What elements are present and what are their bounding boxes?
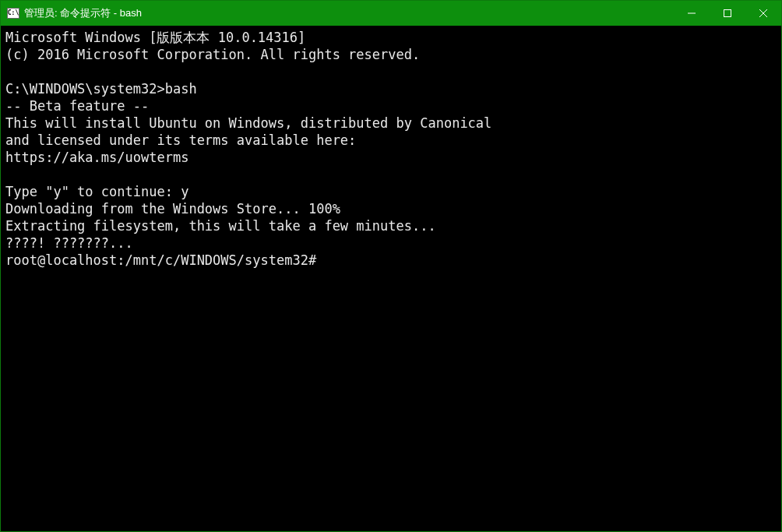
terminal-line: Type "y" to continue: y bbox=[5, 183, 777, 200]
titlebar-left: C:\ 管理员: 命令提示符 - bash bbox=[1, 6, 142, 20]
maximize-button[interactable] bbox=[710, 1, 745, 26]
terminal-line: Microsoft Windows [版版本本 10.0.14316] bbox=[5, 29, 777, 46]
minimize-button[interactable] bbox=[674, 1, 710, 26]
cmd-icon-text: C:\ bbox=[8, 10, 19, 16]
maximize-icon bbox=[724, 9, 731, 17]
terminal-line: C:\WINDOWS\system32>bash bbox=[5, 80, 777, 97]
window-title: 管理员: 命令提示符 - bash bbox=[24, 6, 142, 20]
terminal-line: -- Beta feature -- bbox=[5, 97, 777, 115]
terminal-line: Extracting filesystem, this will take a … bbox=[5, 217, 777, 234]
terminal-line: (c) 2016 Microsoft Corporation. All righ… bbox=[5, 46, 777, 63]
titlebar[interactable]: C:\ 管理员: 命令提示符 - bash bbox=[1, 1, 781, 26]
close-button[interactable] bbox=[745, 1, 781, 26]
command-prompt-window: C:\ 管理员: 命令提示符 - bash Microsoft Windows … bbox=[0, 0, 782, 532]
cmd-icon: C:\ bbox=[7, 8, 19, 19]
terminal-line: This will install Ubuntu on Windows, dis… bbox=[5, 115, 777, 132]
terminal-line: and licensed under its terms available h… bbox=[5, 132, 777, 149]
svg-rect-1 bbox=[724, 10, 731, 17]
terminal-line bbox=[5, 63, 777, 80]
close-icon bbox=[759, 9, 767, 17]
terminal-line: Downloading from the Windows Store... 10… bbox=[5, 200, 777, 217]
terminal-line bbox=[5, 166, 777, 183]
window-controls bbox=[674, 1, 781, 26]
terminal-output[interactable]: Microsoft Windows [版版本本 10.0.14316] (c) … bbox=[1, 26, 781, 531]
minimize-icon bbox=[688, 9, 696, 17]
terminal-line: https://aka.ms/uowterms bbox=[5, 149, 777, 166]
terminal-prompt-line: root@localhost:/mnt/c/WINDOWS/system32# bbox=[5, 252, 777, 269]
terminal-line: ????! ???????... bbox=[5, 234, 777, 252]
